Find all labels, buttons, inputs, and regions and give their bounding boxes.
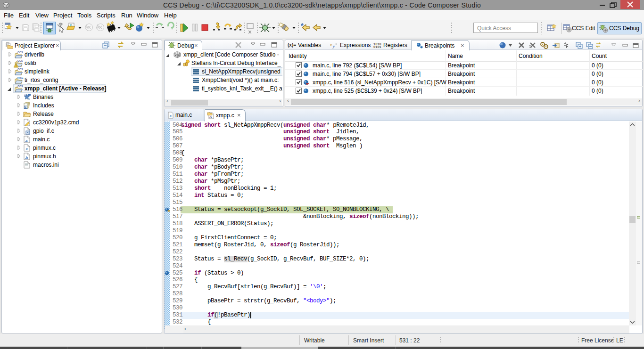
svg-text:.c: .c	[209, 115, 212, 118]
svg-text:0101: 0101	[373, 45, 381, 49]
svg-text:y: y	[332, 44, 335, 49]
svg-text:.c: .c	[169, 114, 172, 118]
svg-text:x: x	[330, 42, 332, 47]
